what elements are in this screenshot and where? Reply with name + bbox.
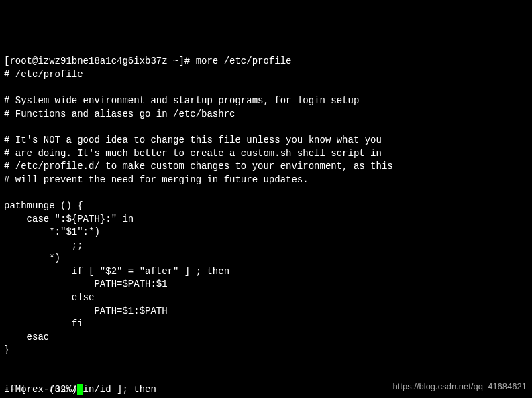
file-line: # are doing. It's much better to create … bbox=[4, 148, 382, 159]
pager-prompt[interactable]: --More--(32%) bbox=[4, 383, 83, 397]
file-line: case ":${PATH}:" in bbox=[4, 214, 134, 224]
file-line: PATH=$PATH:$1 bbox=[4, 279, 168, 289]
watermark-text: https://blog.csdn.net/qq_41684621 bbox=[393, 381, 527, 393]
command-text: more /etc/profile bbox=[196, 56, 292, 66]
file-line: pathmunge () { bbox=[4, 200, 83, 211]
file-line: else bbox=[4, 292, 94, 303]
file-line: ;; bbox=[4, 240, 83, 251]
file-line: PATH=$1:$PATH bbox=[4, 306, 168, 316]
file-line: *) bbox=[4, 253, 60, 263]
file-line: # System wide environment and startup pr… bbox=[4, 95, 359, 106]
file-line: if [ "$2" = "after" ] ; then bbox=[4, 266, 229, 277]
terminal-output[interactable]: [root@izwz91bne18a1c4g6ixb37z ~]# more /… bbox=[4, 55, 528, 398]
more-indicator: --More--(32%) bbox=[4, 384, 77, 395]
file-line: # /etc/profile.d/ to make custom changes… bbox=[4, 161, 393, 172]
file-line: # It's NOT a good idea to change this fi… bbox=[4, 135, 382, 145]
file-line: # /etc/profile bbox=[4, 69, 83, 80]
cursor-icon bbox=[77, 384, 83, 395]
file-line: # Functions and aliases go in /etc/bashr… bbox=[4, 109, 235, 119]
file-line: *:"$1":*) bbox=[4, 226, 100, 237]
file-line: esac bbox=[4, 332, 49, 342]
file-line: fi bbox=[4, 318, 83, 329]
file-line: } bbox=[4, 344, 9, 355]
shell-prompt: [root@izwz91bne18a1c4g6ixb37z ~]# bbox=[4, 56, 196, 66]
file-line: # will prevent the need for merging in f… bbox=[4, 174, 309, 185]
